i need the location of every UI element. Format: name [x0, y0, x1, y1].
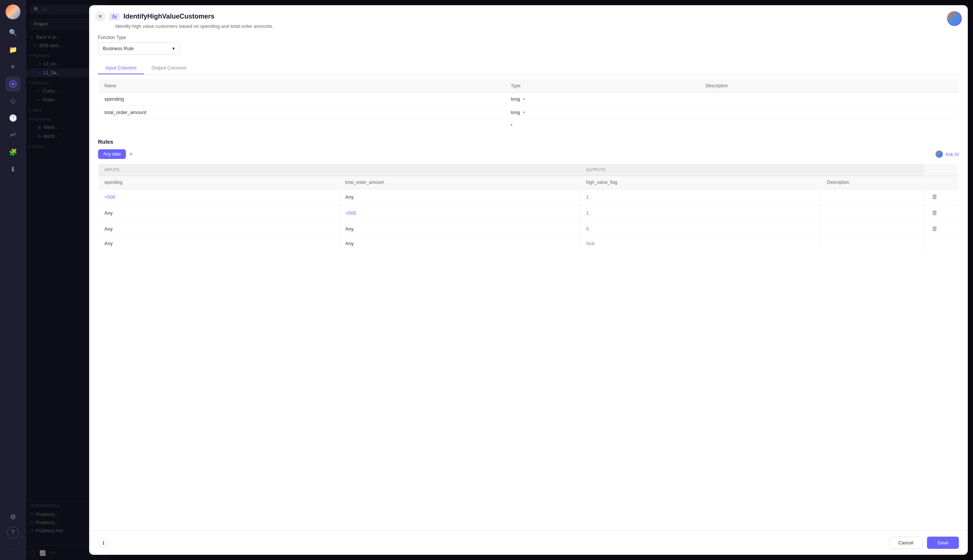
row3-type-chevron[interactable]: ▾: [511, 123, 513, 127]
info-button[interactable]: ℹ: [98, 538, 108, 548]
cancel-button[interactable]: Cancel: [889, 537, 923, 549]
delete-col-header: [925, 176, 959, 189]
row3-description: [700, 119, 959, 131]
rules-tabs-row: Any date + Ask AI: [98, 149, 959, 159]
description-group-header: [821, 164, 925, 176]
sidebar-icon-puzzle[interactable]: 🧩: [5, 145, 20, 160]
rules-table: Inputs Outputs spending total_order_amou…: [98, 163, 959, 250]
any-date-tab[interactable]: Any date: [98, 149, 126, 159]
rule2-spending[interactable]: Any: [98, 205, 340, 221]
save-button[interactable]: Save: [927, 537, 959, 549]
modal-dialog: ✕ fx IdentifyHighValueCustomers Identify…: [89, 5, 968, 555]
col-header-description: Description: [700, 80, 959, 92]
rule-row-3: Any Any 0 🗑: [98, 221, 959, 237]
rule3-spending[interactable]: Any: [98, 221, 340, 237]
tab-output-columns[interactable]: Output Columns: [144, 62, 194, 74]
rule2-delete: 🗑: [925, 205, 959, 221]
main-content: 🔍 Se... Project ← Back to pr... ⬡ BRE-de…: [26, 0, 973, 560]
rule3-high-value[interactable]: 0: [580, 221, 821, 237]
row2-description: [700, 106, 959, 119]
sidebar-icon-project[interactable]: 📁: [5, 42, 20, 57]
modal-header: ✕ fx IdentifyHighValueCustomers Identify…: [89, 5, 968, 35]
ask-ai-label: Ask AI: [945, 152, 959, 157]
rule-row-4: Any Any Null: [98, 237, 959, 250]
modal-title: IdentifyHighValueCustomers: [123, 13, 214, 20]
col-header-type: Type: [505, 80, 700, 92]
sidebar-icon-more[interactable]: ···: [5, 541, 20, 555]
delete-rule2-button[interactable]: 🗑: [930, 209, 939, 217]
modal-description: Identify high value customers based on s…: [115, 23, 959, 29]
table-row: spending long ▾: [98, 92, 959, 106]
svg-point-1: [12, 83, 14, 85]
delete-rule3-button[interactable]: 🗑: [930, 225, 939, 233]
rule4-high-value[interactable]: Null: [580, 237, 821, 250]
row3-type: ▾: [505, 119, 700, 131]
rules-section: Rules Any date + Ask AI Inputs Outputs: [98, 138, 959, 250]
rule2-description[interactable]: [821, 205, 925, 221]
spending-col-header: spending: [98, 176, 340, 189]
rule1-total[interactable]: Any: [339, 189, 580, 205]
sidebar-icon-help[interactable]: ?: [7, 527, 19, 538]
modal-footer: ℹ Cancel Save: [89, 530, 968, 555]
ask-ai-icon: [935, 150, 943, 158]
row1-type: long ▾: [505, 92, 700, 106]
rules-title: Rules: [98, 138, 959, 145]
rule1-delete: 🗑: [925, 189, 959, 205]
row1-type-value: long: [511, 96, 520, 102]
row1-name: spending: [98, 92, 505, 106]
ask-ai-button[interactable]: Ask AI: [935, 150, 959, 158]
function-type-value: Business Rule: [103, 46, 134, 51]
total-order-col-header: total_order_amount: [339, 176, 580, 189]
actions-header: [925, 164, 959, 176]
sidebar-icon-search[interactable]: 🔍: [5, 25, 20, 40]
rule1-description[interactable]: [821, 189, 925, 205]
rule3-total[interactable]: Any: [339, 221, 580, 237]
rule-row-1: >500 Any 1 🗑: [98, 189, 959, 205]
rule1-spending[interactable]: >500: [98, 189, 340, 205]
delete-rule1-button[interactable]: 🗑: [930, 193, 939, 201]
rule3-delete: 🗑: [925, 221, 959, 237]
rule2-high-value[interactable]: 1: [580, 205, 821, 221]
inputs-group-header: Inputs: [98, 164, 580, 176]
row2-name: total_order_amount: [98, 106, 505, 119]
rule4-description[interactable]: [821, 237, 925, 250]
row1-description: [700, 92, 959, 106]
rule4-no-delete: [925, 237, 959, 250]
row1-type-chevron[interactable]: ▾: [523, 97, 525, 101]
rule4-spending[interactable]: Any: [98, 237, 340, 250]
table-row: total_order_amount long ▾: [98, 106, 959, 119]
sidebar-icon-settings[interactable]: ⚙: [5, 510, 20, 524]
table-row-empty: ▾: [98, 119, 959, 131]
function-type-select[interactable]: Business Rule ▾: [98, 42, 180, 55]
tab-input-columns[interactable]: Input Columns: [98, 62, 144, 74]
sidebar-icon-diamond[interactable]: ◇: [5, 93, 20, 108]
rule3-description[interactable]: [821, 221, 925, 237]
rule-row-2: Any >500 1 🗑: [98, 205, 959, 221]
description-col-header: Description: [821, 176, 925, 189]
outputs-group-header: Outputs: [580, 164, 821, 176]
modal-title-row: fx IdentifyHighValueCustomers: [109, 13, 959, 20]
sidebar: 🔍 📁 + ◇ 🕐 🧩 ⬇ ⚙ ? ···: [0, 0, 26, 560]
chevron-down-icon: ▾: [172, 46, 175, 51]
column-tabs: Input Columns Output Columns: [98, 62, 959, 75]
sidebar-icon-download[interactable]: ⬇: [5, 162, 20, 177]
sidebar-icon-add[interactable]: +: [5, 59, 20, 74]
footer-actions: Cancel Save: [889, 537, 959, 549]
col-header-name: Name: [98, 80, 505, 92]
add-tab-button[interactable]: +: [129, 150, 133, 158]
user-avatar: [947, 11, 962, 26]
sidebar-icon-graph[interactable]: [5, 77, 20, 92]
app-logo[interactable]: [5, 5, 20, 19]
row2-type-value: long: [511, 110, 520, 115]
function-type-field: Function Type Business Rule ▾: [98, 35, 959, 55]
row2-type-chevron[interactable]: ▾: [523, 110, 525, 114]
rule1-high-value[interactable]: 1: [580, 189, 821, 205]
close-button[interactable]: ✕: [95, 11, 105, 22]
sidebar-icon-clock[interactable]: 🕐: [5, 111, 20, 125]
fx-badge: fx: [109, 13, 120, 20]
rule4-total[interactable]: Any: [339, 237, 580, 250]
input-columns-table: Name Type Description spending long ▾: [98, 79, 959, 131]
row2-type: long ▾: [505, 106, 700, 119]
sidebar-icon-activity[interactable]: [5, 128, 20, 143]
rule2-total[interactable]: >500: [339, 205, 580, 221]
